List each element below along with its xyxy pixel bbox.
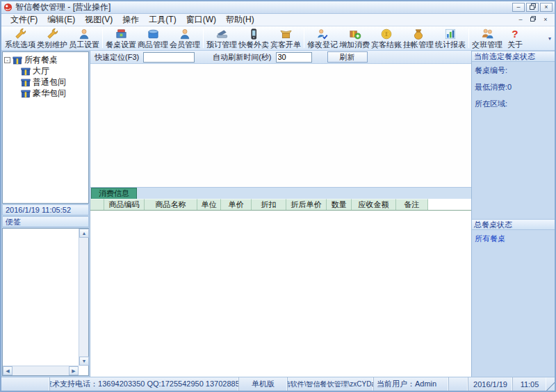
table-number-label: 餐桌编号: <box>472 62 555 76</box>
toolbar-button-takeout[interactable]: 快餐外卖 <box>238 27 270 49</box>
close-button[interactable]: × <box>540 3 553 12</box>
quick-locate-bar: 快速定位(F3) 自动刷新时间(秒) 刷新 <box>90 51 471 64</box>
total-table-status-header: 总餐桌状态 <box>472 219 555 230</box>
toolbar-separator <box>102 28 103 48</box>
scroll-down-icon[interactable]: ▼ <box>79 357 89 366</box>
min-consume-label: 最低消费:0 <box>472 76 555 92</box>
scroll-up-icon[interactable]: ▲ <box>79 229 89 238</box>
column-header-product-code[interactable]: 商品编码 <box>104 199 145 210</box>
horizontal-scrollbar[interactable]: ◀ ▶ <box>3 366 79 375</box>
toolbar-button-staff-settings[interactable]: 员工设置 <box>68 27 100 49</box>
toolbar-button-system-options[interactable]: 系统选项 <box>4 27 36 49</box>
toolbar-button-shift-manage[interactable]: 交班管理 <box>471 27 503 49</box>
menu-tools[interactable]: 工具(T) <box>144 13 181 26</box>
menu-window[interactable]: 窗口(W) <box>181 13 221 26</box>
status-support-phone: 技术支持电话：13694203350 QQ:1725542950 1370288… <box>50 377 239 391</box>
open-box-icon <box>279 27 293 40</box>
menu-view[interactable]: 视图(V) <box>80 13 117 26</box>
tab-consumption-info[interactable]: 消费信息 <box>91 188 137 199</box>
toolbar-overflow-icon[interactable]: ▾ <box>546 35 553 42</box>
app-window: 智信餐饮管理 - [营业操作] – × 文件(F) 编辑(E) 视图(V) 操作… <box>0 0 556 392</box>
toolbar-button-guest-checkout[interactable]: 宾客结账 <box>370 27 402 49</box>
scroll-left-icon[interactable]: ◀ <box>3 366 13 375</box>
title-bar: 智信餐饮管理 - [营业操作] – × <box>1 1 555 14</box>
table-group-icon <box>21 67 31 76</box>
datetime-bar: 2016/1/19 11:05:52 <box>2 204 89 215</box>
toolbar: 系统选项 类别维护 员工设置 餐桌设置 商品管理 <box>1 26 555 51</box>
toolbar-separator <box>468 28 469 48</box>
wrench-icon <box>46 27 59 40</box>
table-group-icon <box>13 56 22 65</box>
menu-bar: 文件(F) 编辑(E) 视图(V) 操作 工具(T) 窗口(W) 帮助(H) –… <box>1 14 555 26</box>
menu-file[interactable]: 文件(F) <box>6 13 42 26</box>
toolbar-button-modify-register[interactable]: 修改登记 <box>306 27 338 49</box>
area-label: 所在区域: <box>472 92 555 109</box>
toolbar-button-goods-manage[interactable]: 商品管理 <box>137 27 169 49</box>
column-header-quantity[interactable]: 数量 <box>327 199 352 210</box>
app-logo-icon <box>3 3 13 12</box>
toolbar-button-category-maintain[interactable]: 类别维护 <box>36 27 68 49</box>
resize-grip[interactable] <box>546 377 555 391</box>
column-header-indicator <box>90 199 104 210</box>
table-group-icon <box>21 89 31 98</box>
menu-edit[interactable]: 编辑(E) <box>42 13 80 26</box>
consumption-grid-body[interactable] <box>90 211 471 377</box>
consumption-grid-header: 商品编码 商品名称 单位 单价 折扣 折后单价 数量 应收金额 备注 <box>90 199 471 211</box>
stapler-icon <box>215 27 229 40</box>
person-check-icon <box>316 28 329 40</box>
toolbar-button-add-consume[interactable]: 增加消费 <box>338 27 370 49</box>
status-date: 2016/1/19 <box>468 377 513 391</box>
toolbar-separator <box>304 28 304 48</box>
column-header-product-name[interactable]: 商品名称 <box>145 199 197 210</box>
column-header-unit[interactable]: 单位 <box>197 199 221 210</box>
toolbar-button-about[interactable]: ? 关于 <box>503 27 527 49</box>
tree-root-all-tables[interactable]: - 所有餐桌 <box>4 54 87 65</box>
vertical-scrollbar[interactable]: ▲ ▼ <box>79 229 88 366</box>
people-icon <box>481 27 494 40</box>
table-status-area[interactable] <box>90 64 471 187</box>
status-time: 11:05 <box>513 377 546 391</box>
menu-help[interactable]: 帮助(H) <box>221 13 259 26</box>
toolbar-separator <box>203 28 204 48</box>
mdi-restore-button[interactable] <box>528 16 538 24</box>
table-group-icon <box>21 78 31 87</box>
tree-expander-icon[interactable]: - <box>4 57 10 63</box>
status-section-empty <box>1 377 50 391</box>
tree-item-hall[interactable]: 大厅 <box>4 65 87 76</box>
menu-operate[interactable]: 操作 <box>117 13 144 26</box>
toolbar-button-reservation[interactable]: 预订管理 <box>206 27 238 49</box>
mdi-restore-icon <box>530 16 536 22</box>
toolbar-button-credit-manage[interactable]: 挂帐管理 <box>402 27 434 49</box>
all-tables-link[interactable]: 所有餐桌 <box>472 230 555 244</box>
toolbar-button-member-manage[interactable]: 会员管理 <box>169 27 201 49</box>
mdi-minimize-button[interactable]: – <box>516 16 525 24</box>
column-header-discount[interactable]: 折扣 <box>252 199 286 210</box>
minimize-button[interactable]: – <box>512 3 525 12</box>
scroll-right-icon[interactable]: ▶ <box>69 366 79 375</box>
refresh-button[interactable]: 刷新 <box>327 51 368 63</box>
note-area[interactable]: ▲ ▼ ◀ ▶ <box>2 228 89 376</box>
person-icon <box>179 28 191 40</box>
maximize-button[interactable] <box>526 3 539 12</box>
coin-icon <box>380 28 393 40</box>
column-header-amount-due[interactable]: 应收金额 <box>352 199 396 210</box>
auto-refresh-input[interactable] <box>276 52 312 63</box>
tree-item-luxury-room[interactable]: 豪华包间 <box>4 88 87 99</box>
toolbar-button-report[interactable]: 统计报表 <box>434 27 466 49</box>
goods-box-icon <box>147 27 160 40</box>
toolbar-button-guest-billing[interactable]: 宾客开单 <box>270 27 302 49</box>
column-header-unit-price[interactable]: 单价 <box>221 199 252 210</box>
mdi-close-button[interactable]: × <box>541 16 550 24</box>
toolbar-button-table-settings[interactable]: 餐桌设置 <box>105 27 137 49</box>
column-header-remark[interactable]: 备注 <box>396 199 428 210</box>
wrench-icon <box>14 27 27 40</box>
phone-icon <box>247 28 260 40</box>
table-area-tree: - 所有餐桌 大厅 普通包间 豪华包间 <box>2 51 89 204</box>
consumption-tab-row: 消费信息 <box>90 187 471 199</box>
status-edition: 单机版 <box>239 377 288 391</box>
add-box-icon <box>348 27 361 40</box>
quick-locate-input[interactable] <box>143 52 195 63</box>
column-header-discounted-price[interactable]: 折后单价 <box>286 199 327 210</box>
main-area: - 所有餐桌 大厅 普通包间 豪华包间 2016/1/19 11:05:52 <box>1 51 555 377</box>
tree-item-normal-room[interactable]: 普通包间 <box>4 76 87 88</box>
